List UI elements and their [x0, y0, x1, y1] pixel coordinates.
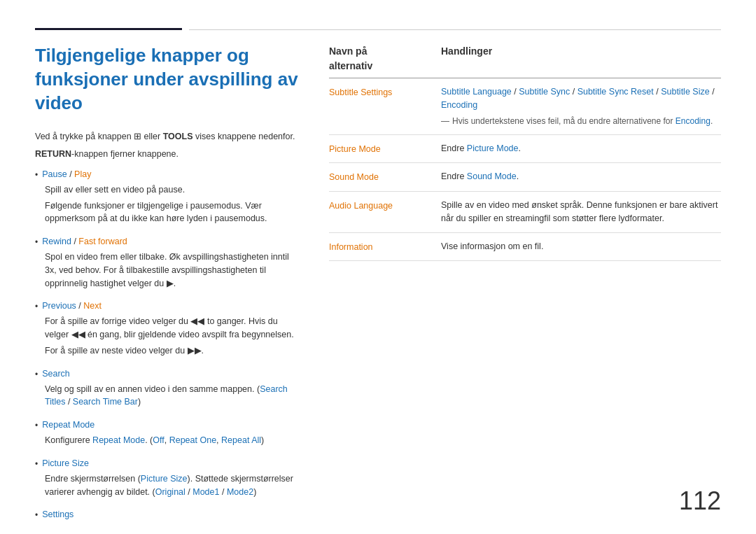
row-name-information: Information: [329, 240, 441, 254]
link-encoding-2: Encoding: [676, 116, 710, 126]
link-mode2: Mode2: [227, 487, 253, 497]
link-mode1: Mode1: [192, 487, 219, 497]
link-search: Search: [42, 369, 70, 379]
bullet-dot: •: [35, 458, 38, 470]
link-subtitle-settings: Subtitle Settings: [329, 87, 392, 97]
bullet-label-search: Search: [42, 367, 70, 381]
bullet-desc-repeat: Konfigurere Repeat Mode. (Off, Repeat On…: [45, 434, 301, 447]
row-name-audio-language: Audio Language: [329, 199, 441, 213]
link-pause: Pause: [42, 169, 66, 179]
row-action-picture-mode: Endre Picture Mode.: [441, 142, 721, 155]
left-column: Tilgjengelige knapper og funksjoner unde…: [35, 44, 301, 531]
bullet-list: • Pause / Play Spill av eller sett en vi…: [35, 168, 301, 522]
page-number: 112: [679, 482, 721, 520]
row-action-subtitle: Subtitle Language / Subtitle Sync / Subt…: [441, 85, 721, 127]
bullet-dot: •: [35, 169, 38, 181]
top-rules: [0, 0, 756, 30]
table-row-picture-mode: Picture Mode Endre Picture Mode.: [329, 135, 721, 164]
bullet-dot: •: [35, 368, 38, 381]
bullet-dot: •: [35, 419, 38, 432]
link-encoding: Encoding: [441, 100, 477, 110]
intro-text-1: Ved å trykke på knappen ⊞ eller: [35, 132, 163, 141]
subtitle-subnote: — Hvis undertekstene vises feil, må du e…: [441, 115, 721, 127]
table-row-subtitle: Subtitle Settings Subtitle Language / Su…: [329, 78, 721, 135]
bullet-dot: •: [35, 236, 38, 248]
link-repeat-mode-2: Repeat Mode: [92, 435, 145, 445]
bullet-desc-pause2: Følgende funksjoner er tilgjengelige i p…: [45, 199, 301, 226]
row-name-subtitle: Subtitle Settings: [329, 85, 441, 99]
link-picture-mode-action: Picture Mode: [467, 143, 519, 153]
link-off: Off: [153, 435, 164, 445]
link-repeat-mode: Repeat Mode: [42, 420, 94, 430]
bullet-label-rewind: Rewind / Fast forward: [42, 235, 127, 248]
link-picture-size-2: Picture Size: [141, 474, 188, 484]
right-column: Navn på alternativ Handlinger Subtitle S…: [329, 44, 721, 531]
link-rewind: Rewind: [42, 237, 71, 246]
top-rule-thin: [189, 29, 721, 30]
table-row-audio-language: Audio Language Spille av en video med øn…: [329, 192, 721, 233]
table-header: Navn på alternativ Handlinger: [329, 44, 721, 78]
link-sound-mode-action: Sound Mode: [467, 171, 517, 181]
link-subtitle-sync: Subtitle Sync: [519, 87, 570, 97]
bullet-desc-pause1: Spill av eller sett en video på pause.: [45, 183, 301, 197]
bullet-dot: •: [35, 300, 38, 313]
link-previous: Previous: [42, 301, 76, 311]
bullet-item-previous: • Previous / Next For å spille av forrig…: [35, 300, 301, 357]
link-original: Original: [155, 487, 186, 497]
bullet-label-settings: Settings: [42, 508, 74, 521]
bullet-desc-previous2: For å spille av neste video velger du ▶▶…: [45, 344, 301, 358]
bullet-label-previous: Previous / Next: [42, 300, 102, 313]
bullet-desc-picture-size: Endre skjermstørrelsen (Picture Size). S…: [45, 472, 301, 499]
link-play: Play: [74, 169, 91, 179]
link-information-label: Information: [329, 242, 373, 252]
bullet-item-repeat: • Repeat Mode Konfigurere Repeat Mode. (…: [35, 419, 301, 447]
intro-line2: RETURN-knappen fjerner knappene.: [35, 148, 301, 161]
link-repeat-all: Repeat All: [221, 435, 261, 445]
intro-line1: Ved å trykke på knappen ⊞ eller TOOLS vi…: [35, 130, 301, 143]
bullet-item-pause-play: • Pause / Play Spill av eller sett en vi…: [35, 168, 301, 225]
link-subtitle-size: Subtitle Size: [661, 87, 709, 97]
link-subtitle-sync-reset: Subtitle Sync Reset: [578, 87, 654, 97]
link-sound-mode-label: Sound Mode: [329, 172, 379, 182]
bullet-desc-rewind: Spol en video frem eller tilbake. Øk avs…: [45, 251, 301, 290]
bullet-item-rewind: • Rewind / Fast forward Spol en video fr…: [35, 235, 301, 290]
link-picture-mode-label: Picture Mode: [329, 144, 381, 154]
row-name-sound-mode: Sound Mode: [329, 170, 441, 184]
link-picture-size: Picture Size: [42, 458, 89, 468]
col-header-name: Navn på alternativ: [329, 44, 441, 73]
row-action-sound-mode: Endre Sound Mode.: [441, 170, 721, 183]
link-audio-language-label: Audio Language: [329, 201, 393, 211]
intro-return-text: -knappen fjerner knappene.: [71, 149, 178, 159]
bullet-desc-previous1: For å spille av forrige video velger du …: [45, 315, 301, 342]
table-row-information: Information Vise informasjon om en fil.: [329, 233, 721, 262]
link-repeat-one: Repeat One: [169, 435, 216, 445]
bullet-desc-search: Velg og spill av en annen video i den sa…: [45, 383, 301, 409]
bullet-item-picture-size: • Picture Size Endre skjermstørrelsen (P…: [35, 457, 301, 499]
intro-bold-tools: TOOLS: [163, 132, 193, 141]
link-fastforward: Fast forward: [78, 237, 127, 246]
bullet-item-search: • Search Velg og spill av en annen video…: [35, 367, 301, 409]
bullet-label-repeat: Repeat Mode: [42, 419, 94, 432]
link-search-time-bar: Search Time Bar: [73, 397, 138, 407]
row-name-picture-mode: Picture Mode: [329, 142, 441, 156]
top-rule-accent: [35, 28, 182, 30]
link-next: Next: [83, 301, 102, 311]
intro-text-2: vises knappene nedenfor.: [192, 132, 295, 141]
row-action-information: Vise informasjon om en fil.: [441, 240, 721, 253]
link-settings: Settings: [42, 510, 74, 519]
table-row-sound-mode: Sound Mode Endre Sound Mode.: [329, 163, 721, 192]
page-title: Tilgjengelige knapper og funksjoner unde…: [35, 44, 301, 115]
link-subtitle-language: Subtitle Language: [441, 87, 512, 97]
bullet-label-picture-size: Picture Size: [42, 457, 89, 470]
bullet-item-settings: • Settings: [35, 508, 301, 521]
intro-bold-return: RETURN: [35, 149, 71, 159]
bullet-label-pause-play: Pause / Play: [42, 168, 91, 181]
col-header-actions: Handlinger: [441, 44, 721, 73]
bullet-dot: •: [35, 509, 38, 521]
row-action-audio-language: Spille av en video med ønsket språk. Den…: [441, 199, 721, 225]
